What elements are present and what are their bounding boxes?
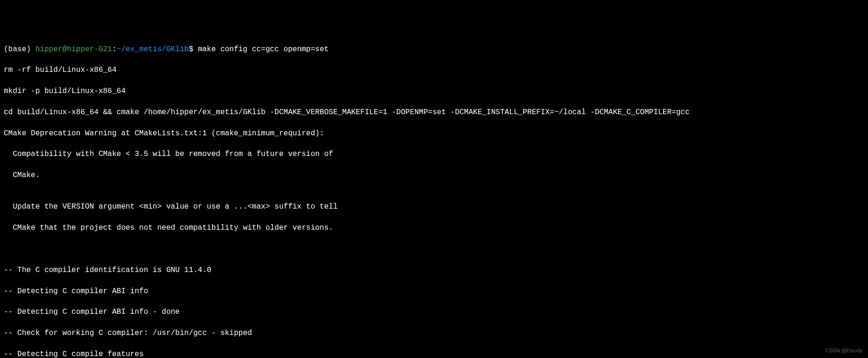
output-line: Update the VERSION argument <min> value … <box>4 202 864 212</box>
output-line: -- Detecting C compile features <box>4 349 864 358</box>
output-line: -- Detecting C compiler ABI info - done <box>4 307 864 317</box>
command-text: make config cc=gcc openmp=set <box>198 45 328 54</box>
output-line: -- Detecting C compiler ABI info <box>4 286 864 296</box>
current-path: ~/ex_metis/GKlib <box>117 45 189 54</box>
watermark: CSDN @Eloudy <box>825 347 862 354</box>
output-line: CMake Deprecation Warning at CMakeLists.… <box>4 128 864 139</box>
colon: : <box>112 45 117 54</box>
output-line: CMake. <box>4 170 864 180</box>
output-line: -- Check for working C compiler: /usr/bi… <box>4 328 864 338</box>
output-line: Compatibility with CMake < 3.5 will be r… <box>4 149 864 159</box>
prompt-symbol: $ <box>189 45 198 54</box>
output-line: CMake that the project does not need com… <box>4 223 864 233</box>
output-line: -- The C compiler identification is GNU … <box>4 265 864 275</box>
output-line: mkdir -p build/Linux-x86_64 <box>4 86 864 96</box>
output-line: cd build/Linux-x86_64 && cmake /home/hip… <box>4 107 864 117</box>
prompt-line-1[interactable]: (base) hipper@hipper-G21:~/ex_metis/GKli… <box>4 44 864 54</box>
env-prefix: (base) <box>4 45 35 54</box>
user-host: hipper@hipper-G21 <box>35 45 112 54</box>
output-line: rm -rf build/Linux-x86_64 <box>4 65 864 75</box>
